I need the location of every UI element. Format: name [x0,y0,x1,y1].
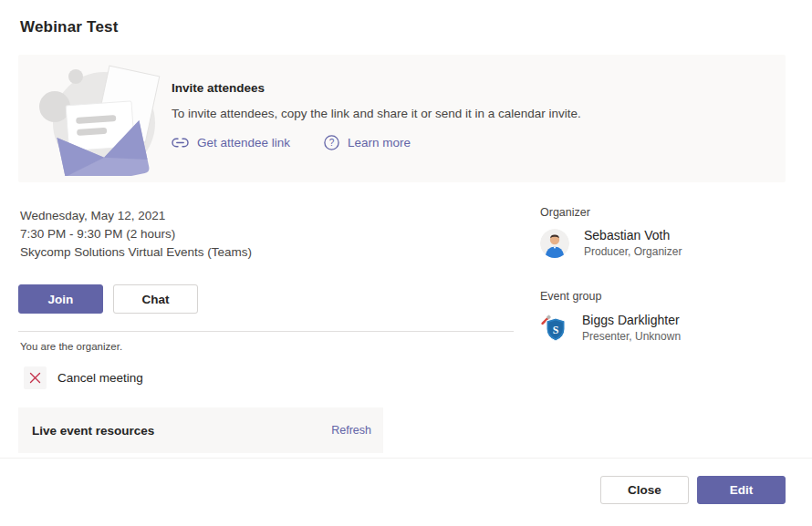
member-role: Presenter, Unknown [582,330,681,343]
member-name: Biggs Darklighter [582,313,681,327]
live-event-resources-heading: Live event resources [32,424,154,438]
refresh-button[interactable]: Refresh [331,424,371,437]
svg-text:S: S [553,323,559,335]
svg-text:?: ? [329,138,335,148]
close-button[interactable]: Close [600,476,689,504]
edit-button[interactable]: Edit [697,476,786,504]
organizer-note: You are the organizer. [20,341,122,352]
page-title: Webinar Test [20,18,119,36]
organizer-info: Sebastian Voth Producer, Organizer [584,228,682,258]
meeting-location: Skycomp Solutions Virtual Events (Teams) [20,243,252,262]
question-circle-icon: ? [324,135,339,150]
event-group-person-row[interactable]: S Biggs Darklighter Presenter, Unknown [538,313,681,343]
footer-actions: Close Edit [600,476,786,504]
meeting-details: Wednesday, May 12, 2021 7:30 PM - 9:30 P… [20,207,252,262]
invite-attendees-banner: Invite attendees To invite attendees, co… [18,55,786,182]
section-divider [18,331,514,332]
meeting-time: 7:30 PM - 9:30 PM (2 hours) [20,225,252,243]
invite-heading: Invite attendees [172,81,581,95]
link-icon [172,138,189,148]
member-avatar-shield-icon: S [538,314,567,343]
footer-divider [0,458,812,459]
webinar-details-page: Webinar Test Invite attendees [0,0,812,526]
live-event-resources-panel: Live event resources Refresh [18,407,383,453]
cancel-x-icon [24,366,47,389]
organizer-role: Producer, Organizer [584,245,682,258]
invite-links-row: Get attendee link ? Learn more [172,135,581,150]
learn-more-label: Learn more [348,136,411,150]
chat-button[interactable]: Chat [113,284,198,314]
meeting-actions: Join Chat [18,284,198,314]
organizer-person-row[interactable]: Sebastian Voth Producer, Organizer [540,228,682,258]
invite-description: To invite attendees, copy the link and s… [172,107,581,120]
get-attendee-link-label: Get attendee link [197,136,290,150]
get-attendee-link-button[interactable]: Get attendee link [172,136,290,150]
meeting-date: Wednesday, May 12, 2021 [20,207,252,225]
organizer-name: Sebastian Voth [584,228,682,242]
join-button[interactable]: Join [18,284,103,314]
member-info: Biggs Darklighter Presenter, Unknown [582,313,681,343]
cancel-meeting-button[interactable]: Cancel meeting [24,366,143,389]
cancel-meeting-label: Cancel meeting [57,371,143,385]
organizer-avatar [540,229,569,258]
organizer-section-label: Organizer [540,206,590,219]
invite-copy: Invite attendees To invite attendees, co… [172,81,581,150]
envelope-illustration-icon [35,61,162,176]
learn-more-button[interactable]: ? Learn more [324,135,411,150]
event-group-section-label: Event group [540,290,601,303]
